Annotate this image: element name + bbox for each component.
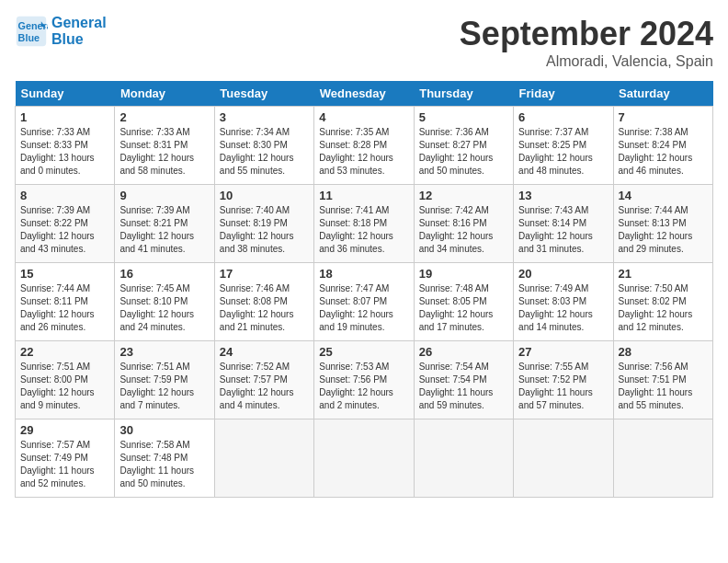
calendar-body: 1Sunrise: 7:33 AMSunset: 8:33 PMDaylight… [16, 107, 713, 498]
day-info: Sunrise: 7:34 AMSunset: 8:30 PMDaylight:… [220, 126, 309, 178]
day-number: 7 [619, 110, 708, 124]
day-number: 12 [419, 189, 508, 202]
day-info: Sunrise: 7:48 AMSunset: 8:05 PMDaylight:… [419, 282, 508, 334]
calendar-cell: 25Sunrise: 7:53 AMSunset: 7:56 PMDayligh… [314, 341, 414, 419]
day-info: Sunrise: 7:39 AMSunset: 8:22 PMDaylight:… [20, 204, 109, 256]
calendar-cell: 18Sunrise: 7:47 AMSunset: 8:07 PMDayligh… [314, 263, 414, 341]
day-info: Sunrise: 7:51 AMSunset: 7:59 PMDaylight:… [119, 361, 209, 412]
calendar-cell [514, 419, 613, 498]
day-number: 1 [20, 110, 109, 124]
col-header-saturday: Saturday [613, 81, 712, 107]
calendar-table: SundayMondayTuesdayWednesdayThursdayFrid… [15, 81, 713, 498]
calendar-cell: 11Sunrise: 7:41 AMSunset: 8:18 PMDayligh… [314, 185, 414, 263]
col-header-thursday: Thursday [414, 81, 513, 107]
day-info: Sunrise: 7:44 AMSunset: 8:11 PMDaylight:… [20, 282, 109, 334]
calendar-cell: 20Sunrise: 7:49 AMSunset: 8:03 PMDayligh… [514, 263, 613, 341]
day-number: 20 [518, 267, 608, 281]
day-number: 16 [119, 267, 209, 281]
day-info: Sunrise: 7:44 AMSunset: 8:13 PMDaylight:… [619, 204, 708, 256]
calendar-cell: 23Sunrise: 7:51 AMSunset: 7:59 PMDayligh… [115, 341, 214, 419]
day-number: 15 [20, 267, 109, 281]
day-number: 9 [119, 189, 209, 202]
calendar-cell: 26Sunrise: 7:54 AMSunset: 7:54 PMDayligh… [414, 341, 513, 419]
col-header-friday: Friday [514, 81, 613, 107]
day-info: Sunrise: 7:41 AMSunset: 8:18 PMDaylight:… [319, 204, 408, 256]
location: Almoradi, Valencia, Spain [460, 53, 713, 70]
calendar-cell [414, 419, 513, 498]
day-number: 29 [20, 423, 109, 437]
calendar-cell: 30Sunrise: 7:58 AMSunset: 7:48 PMDayligh… [115, 419, 214, 498]
col-header-monday: Monday [115, 81, 214, 107]
day-info: Sunrise: 7:33 AMSunset: 8:31 PMDaylight:… [119, 126, 209, 178]
calendar-week-1: 1Sunrise: 7:33 AMSunset: 8:33 PMDaylight… [16, 107, 713, 185]
calendar-cell: 3Sunrise: 7:34 AMSunset: 8:30 PMDaylight… [214, 107, 313, 185]
day-number: 8 [20, 189, 109, 202]
day-info: Sunrise: 7:46 AMSunset: 8:08 PMDaylight:… [220, 282, 309, 334]
calendar-week-2: 8Sunrise: 7:39 AMSunset: 8:22 PMDaylight… [16, 185, 713, 263]
day-info: Sunrise: 7:45 AMSunset: 8:10 PMDaylight:… [119, 282, 209, 334]
day-number: 30 [119, 423, 209, 437]
day-number: 13 [518, 189, 608, 202]
day-info: Sunrise: 7:54 AMSunset: 7:54 PMDaylight:… [419, 361, 508, 412]
col-header-wednesday: Wednesday [314, 81, 414, 107]
day-info: Sunrise: 7:55 AMSunset: 7:52 PMDaylight:… [518, 361, 608, 412]
calendar-cell: 19Sunrise: 7:48 AMSunset: 8:05 PMDayligh… [414, 263, 513, 341]
calendar-week-4: 22Sunrise: 7:51 AMSunset: 8:00 PMDayligh… [16, 341, 713, 419]
calendar-cell: 22Sunrise: 7:51 AMSunset: 8:00 PMDayligh… [16, 341, 115, 419]
day-number: 27 [518, 345, 608, 359]
calendar-cell: 16Sunrise: 7:45 AMSunset: 8:10 PMDayligh… [115, 263, 214, 341]
calendar-cell: 21Sunrise: 7:50 AMSunset: 8:02 PMDayligh… [613, 263, 712, 341]
col-header-tuesday: Tuesday [214, 81, 313, 107]
month-year: September 2024 [460, 15, 713, 53]
calendar-cell: 27Sunrise: 7:55 AMSunset: 7:52 PMDayligh… [514, 341, 613, 419]
day-number: 23 [119, 345, 209, 359]
calendar-cell: 13Sunrise: 7:43 AMSunset: 8:14 PMDayligh… [514, 185, 613, 263]
logo-line2: Blue [51, 31, 107, 48]
day-info: Sunrise: 7:37 AMSunset: 8:25 PMDaylight:… [518, 126, 608, 178]
day-info: Sunrise: 7:57 AMSunset: 7:49 PMDaylight:… [20, 439, 109, 490]
calendar-cell [214, 419, 313, 498]
calendar-header-row: SundayMondayTuesdayWednesdayThursdayFrid… [16, 81, 713, 107]
day-number: 5 [419, 110, 508, 124]
logo: General Blue General Blue [15, 15, 107, 48]
svg-text:Blue: Blue [18, 32, 40, 43]
day-number: 4 [319, 110, 408, 124]
day-number: 22 [20, 345, 109, 359]
day-number: 25 [319, 345, 408, 359]
day-info: Sunrise: 7:43 AMSunset: 8:14 PMDaylight:… [518, 204, 608, 256]
day-number: 21 [619, 267, 708, 281]
day-info: Sunrise: 7:52 AMSunset: 7:57 PMDaylight:… [220, 361, 309, 412]
calendar-week-5: 29Sunrise: 7:57 AMSunset: 7:49 PMDayligh… [16, 419, 713, 498]
page-header: General Blue General Blue September 2024… [15, 15, 713, 70]
day-info: Sunrise: 7:40 AMSunset: 8:19 PMDaylight:… [220, 204, 309, 256]
day-info: Sunrise: 7:56 AMSunset: 7:51 PMDaylight:… [619, 361, 708, 412]
day-info: Sunrise: 7:39 AMSunset: 8:21 PMDaylight:… [119, 204, 209, 256]
day-info: Sunrise: 7:42 AMSunset: 8:16 PMDaylight:… [419, 204, 508, 256]
calendar-cell [613, 419, 712, 498]
logo-line1: General [51, 15, 107, 31]
day-info: Sunrise: 7:50 AMSunset: 8:02 PMDaylight:… [619, 282, 708, 334]
day-info: Sunrise: 7:51 AMSunset: 8:00 PMDaylight:… [20, 361, 109, 412]
day-number: 19 [419, 267, 508, 281]
day-number: 3 [220, 110, 309, 124]
calendar-cell: 4Sunrise: 7:35 AMSunset: 8:28 PMDaylight… [314, 107, 414, 185]
day-info: Sunrise: 7:35 AMSunset: 8:28 PMDaylight:… [319, 126, 408, 178]
calendar-cell: 17Sunrise: 7:46 AMSunset: 8:08 PMDayligh… [214, 263, 313, 341]
day-info: Sunrise: 7:47 AMSunset: 8:07 PMDaylight:… [319, 282, 408, 334]
calendar-cell: 15Sunrise: 7:44 AMSunset: 8:11 PMDayligh… [16, 263, 115, 341]
calendar-cell: 24Sunrise: 7:52 AMSunset: 7:57 PMDayligh… [214, 341, 313, 419]
calendar-week-3: 15Sunrise: 7:44 AMSunset: 8:11 PMDayligh… [16, 263, 713, 341]
day-info: Sunrise: 7:36 AMSunset: 8:27 PMDaylight:… [419, 126, 508, 178]
day-number: 6 [518, 110, 608, 124]
day-info: Sunrise: 7:58 AMSunset: 7:48 PMDaylight:… [119, 439, 209, 490]
calendar-cell: 8Sunrise: 7:39 AMSunset: 8:22 PMDaylight… [16, 185, 115, 263]
day-info: Sunrise: 7:49 AMSunset: 8:03 PMDaylight:… [518, 282, 608, 334]
day-info: Sunrise: 7:53 AMSunset: 7:56 PMDaylight:… [319, 361, 408, 412]
day-number: 14 [619, 189, 708, 202]
calendar-cell: 1Sunrise: 7:33 AMSunset: 8:33 PMDaylight… [16, 107, 115, 185]
calendar-cell: 5Sunrise: 7:36 AMSunset: 8:27 PMDaylight… [414, 107, 513, 185]
calendar-cell: 9Sunrise: 7:39 AMSunset: 8:21 PMDaylight… [115, 185, 214, 263]
day-info: Sunrise: 7:38 AMSunset: 8:24 PMDaylight:… [619, 126, 708, 178]
day-info: Sunrise: 7:33 AMSunset: 8:33 PMDaylight:… [20, 126, 109, 178]
day-number: 18 [319, 267, 408, 281]
